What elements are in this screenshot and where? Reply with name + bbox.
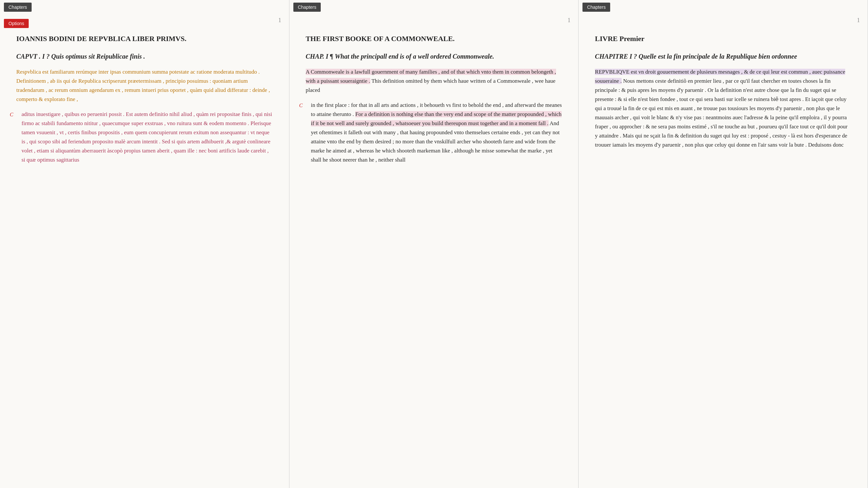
col1-book-title: IOANNIS BODINI DE REPVBLICA LIBER PRIMVS… (16, 34, 273, 44)
col3-book-title: LIVRE Premier (595, 34, 851, 44)
page-number-col2: 1 (567, 17, 570, 24)
column-latin: Chapters Options 1 IOANNIS BODINI DE REP… (0, 0, 289, 488)
chapters-button-col2[interactable]: Chapters (293, 3, 321, 12)
col2-marker-c: C (299, 101, 303, 110)
col3-paragraph-1: REPVBLIQVE est vn droit gouuernement de … (595, 67, 851, 150)
page-number-col3: 1 (857, 17, 860, 24)
col2-para2-plain2: And yet oftentimes it falleth out with m… (311, 120, 560, 163)
col1-content: IOANNIS BODINI DE REPVBLICA LIBER PRIMVS… (0, 14, 289, 488)
column-english: Chapters 1 THE FIRST BOOKE OF A COMMONWE… (289, 0, 579, 488)
page-number-col1: 1 (278, 17, 281, 24)
col2-chapter-title: CHAP. I ¶ What the principall end is of … (306, 52, 562, 61)
top-bar-col2: Chapters (289, 0, 579, 14)
col1-para2-text: aditus inuestigare , quibus eo perueniri… (22, 111, 272, 163)
col3-content: LIVRE Premier CHAPITRE I ? Quelle est la… (579, 14, 868, 488)
col1-para1-text: Respvblica est familiarum rerúmque inter… (16, 69, 270, 102)
col1-chapter-title: CAPVT . I ? Quis optimus sit Reipublicae… (16, 52, 273, 61)
col2-paragraph-2: C in the first place : for that in all a… (306, 101, 562, 164)
col2-paragraph-1: A Commonweale is a lawfull gouernment of… (306, 67, 562, 95)
top-bar-col3: Chapters (579, 0, 868, 14)
col2-content: THE FIRST BOOKE OF A COMMONWEALE. CHAP. … (289, 14, 579, 488)
column-french: Chapters 1 LIVRE Premier CHAPITRE I ? Qu… (579, 0, 868, 488)
col3-chapter-title: CHAPITRE I ? Quelle est la fin principal… (595, 52, 851, 61)
chapters-button-col3[interactable]: Chapters (583, 3, 610, 12)
top-bar-col1: Chapters (0, 0, 289, 14)
col1-marker-c: C (10, 110, 13, 119)
col1-paragraph-1: Respvblica est familiarum rerúmque inter… (16, 67, 273, 104)
col2-book-title: THE FIRST BOOKE OF A COMMONWEALE. (306, 34, 562, 44)
options-button[interactable]: Options (4, 19, 29, 28)
chapters-button-col1[interactable]: Chapters (4, 3, 32, 12)
col3-para1-plain: Nous mettons ceste definitiõ en premier … (595, 78, 847, 148)
col1-paragraph-2: C aditus inuestigare , quibus eo perueni… (16, 110, 273, 164)
